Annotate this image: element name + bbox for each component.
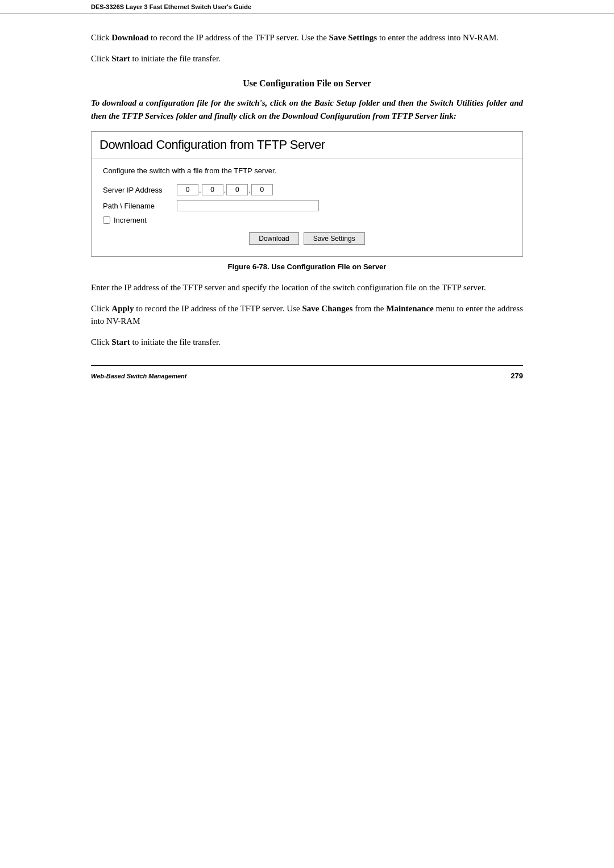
path-label: Path \ Filename bbox=[103, 202, 177, 210]
dialog-body: Configure the switch with a file from th… bbox=[92, 158, 522, 256]
para4-bold3: Maintenance bbox=[386, 304, 433, 313]
dialog-box: Download Configuration from TFTP Server … bbox=[91, 131, 523, 257]
para4-mid: to record the IP address of the TFTP ser… bbox=[134, 304, 302, 313]
ip-field-2[interactable] bbox=[202, 184, 223, 195]
para1-rest2: to enter the address into NV-RAM. bbox=[377, 33, 499, 42]
dialog-description: Configure the switch with a file from th… bbox=[103, 166, 511, 175]
footer-bar: Web-Based Switch Management 279 bbox=[91, 369, 523, 380]
para5-bold: Start bbox=[111, 337, 130, 347]
button-row: Download Save Settings bbox=[103, 232, 511, 245]
footer-left: Web-Based Switch Management bbox=[91, 373, 187, 379]
header-bar: DES-3326S Layer 3 Fast Ethernet Switch U… bbox=[0, 0, 614, 14]
page-container: DES-3326S Layer 3 Fast Ethernet Switch U… bbox=[0, 0, 614, 868]
para1-rest: to record the IP address of the TFTP ser… bbox=[148, 33, 329, 42]
paragraph-download: Click Download to record the IP address … bbox=[91, 31, 523, 44]
content-area: Click Download to record the IP address … bbox=[0, 14, 614, 397]
server-ip-row: Server IP Address . . . bbox=[103, 184, 511, 195]
server-ip-label: Server IP Address bbox=[103, 186, 177, 194]
paragraph-apply: Click Apply to record the IP address of … bbox=[91, 302, 523, 328]
para2-rest: to initiate the file transfer. bbox=[130, 54, 221, 63]
para1-pre: Click bbox=[91, 33, 111, 42]
para4-mid2: from the bbox=[352, 304, 386, 313]
para4-bold1: Apply bbox=[111, 304, 134, 313]
dialog-title: Download Configuration from TFTP Server bbox=[99, 137, 325, 152]
para2-bold: Start bbox=[111, 54, 130, 63]
header-title: DES-3326S Layer 3 Fast Ethernet Switch U… bbox=[91, 3, 251, 10]
ip-field-4[interactable] bbox=[251, 184, 273, 195]
paragraph-enter: Enter the IP address of the TFTP server … bbox=[91, 281, 523, 294]
para4-bold2: Save Changes bbox=[302, 304, 353, 313]
dialog-title-bar: Download Configuration from TFTP Server bbox=[92, 132, 522, 158]
para4-pre: Click bbox=[91, 304, 111, 313]
path-row: Path \ Filename bbox=[103, 200, 511, 211]
path-input[interactable] bbox=[177, 200, 319, 211]
paragraph-start2: Click Start to initiate the file transfe… bbox=[91, 336, 523, 349]
para1-bold2: Save Settings bbox=[329, 33, 377, 42]
para5-rest: to initiate the file transfer. bbox=[130, 337, 221, 347]
paragraph-start: Click Start to initiate the file transfe… bbox=[91, 52, 523, 65]
increment-checkbox[interactable] bbox=[103, 216, 110, 224]
ip-field-1[interactable] bbox=[177, 184, 198, 195]
figure-caption: Figure 6-78. Use Configuration File on S… bbox=[91, 262, 523, 271]
footer-right: 279 bbox=[511, 372, 523, 380]
para2-pre: Click bbox=[91, 54, 111, 63]
download-button[interactable]: Download bbox=[249, 232, 298, 245]
save-settings-button[interactable]: Save Settings bbox=[304, 232, 365, 245]
ip-group: . . . bbox=[177, 184, 273, 195]
ip-field-3[interactable] bbox=[226, 184, 248, 195]
increment-label: Increment bbox=[114, 216, 147, 224]
footer-rule bbox=[91, 365, 523, 366]
section-heading: Use Configuration File on Server bbox=[91, 78, 523, 89]
italic-description: To download a configuration file for the… bbox=[91, 97, 523, 122]
increment-row: Increment bbox=[103, 216, 511, 224]
para5-pre: Click bbox=[91, 337, 111, 347]
para1-bold: Download bbox=[111, 33, 148, 42]
